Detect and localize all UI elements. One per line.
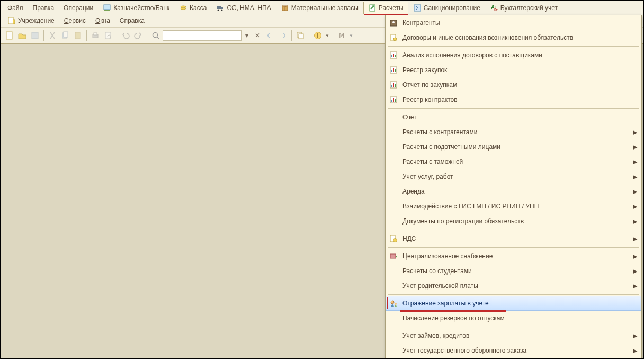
menu-item-счет[interactable]: Счет xyxy=(386,110,641,125)
menu-item-label: Взаимодействие с ГИС ГМП / ИС РНИП / УНП xyxy=(402,203,629,210)
blank-icon xyxy=(389,216,398,226)
menu-материальные-запасы[interactable]: Материальные запасы xyxy=(276,2,363,14)
menu-item-централизованное-снабжение[interactable]: Централизованное снабжение▶ xyxy=(386,249,641,264)
menu-item-учет-займов-кредитов[interactable]: Учет займов, кредитов▶ xyxy=(386,328,641,343)
svg-rect-39 xyxy=(393,68,394,72)
menu-расчеты[interactable]: Расчеты xyxy=(363,2,408,14)
zoom-icon[interactable] xyxy=(150,30,162,41)
svg-rect-36 xyxy=(395,55,396,57)
info-icon[interactable]: i xyxy=(312,30,324,41)
menu-separator xyxy=(388,108,639,109)
submenu-arrow-icon: ▶ xyxy=(633,332,637,339)
menu-item-аренда[interactable]: Аренда▶ xyxy=(386,184,641,199)
menu-сервис[interactable]: Сервис xyxy=(59,15,91,27)
menu-item-учет-услуг-работ[interactable]: Учет услуг, работ▶ xyxy=(386,169,641,184)
menu-item-label: Учет родительской платы xyxy=(402,282,629,290)
dropdown-icon[interactable]: ▾ xyxy=(243,30,251,41)
menu-item-контрагенты[interactable]: Контрагенты xyxy=(386,15,641,30)
svg-point-30 xyxy=(392,21,395,23)
svg-rect-0 xyxy=(104,5,110,10)
menu-label: Файл xyxy=(7,4,23,12)
menu-label: Правка xyxy=(33,4,55,12)
menu-ос-нма-нпа[interactable]: ОС, НМА, НПА xyxy=(211,2,275,14)
svg-rect-14 xyxy=(8,17,13,24)
cut-icon[interactable] xyxy=(47,30,58,41)
chart-icon xyxy=(389,50,398,60)
menu-item-label: Отражение зарплаты в учете xyxy=(402,300,637,307)
svg-rect-4 xyxy=(217,6,221,9)
toolbar-separator xyxy=(147,30,147,41)
menu-item-начисление-резервов-по-отпускам[interactable]: Начисление резервов по отпускам xyxy=(386,311,641,326)
menu-файл[interactable]: Файл xyxy=(3,2,28,14)
cash-icon xyxy=(179,4,187,12)
preview-icon[interactable] xyxy=(102,30,114,41)
copy-icon[interactable] xyxy=(59,30,71,41)
menu-separator xyxy=(388,327,639,327)
menu-item-реестр-закупок[interactable]: Реестр закупок xyxy=(386,63,641,77)
menu-касса[interactable]: Касса xyxy=(174,2,211,14)
menu-казначейство-банк[interactable]: Казначейство/Банк xyxy=(98,2,174,14)
search-input[interactable] xyxy=(163,30,242,41)
link-back-icon[interactable] xyxy=(264,30,276,41)
menu-item-учет-государственного-оборонного-заказа[interactable]: Учет государственного оборонного заказа▶ xyxy=(386,343,641,358)
menu-label: Казначейство/Банк xyxy=(113,4,169,12)
m-icon[interactable]: M̲ xyxy=(336,30,347,41)
submenu-arrow-icon: ▶ xyxy=(633,268,637,275)
undo-icon[interactable] xyxy=(120,30,131,41)
toolbar-separator xyxy=(117,30,117,41)
menu-label: Операции xyxy=(64,4,93,12)
menu-item-взаимодействие-с-гис-гмп-ис-рнип-унп[interactable]: Взаимодействие с ГИС ГМП / ИС РНИП / УНП… xyxy=(386,199,641,214)
menu-справка[interactable]: Справка xyxy=(115,15,149,27)
menu-правка[interactable]: Правка xyxy=(28,2,59,14)
menu-item-отчет-по-закупкам[interactable]: Отчет по закупкам xyxy=(386,77,641,92)
menu-label: Учреждение xyxy=(18,17,55,24)
menu-item-учет-родительской-платы[interactable]: Учет родительской платы▶ xyxy=(386,278,641,293)
svg-point-50 xyxy=(393,239,397,242)
menu-item-анализ-исполнения-договоров-с-поставщика[interactable]: Анализ исполнения договоров с поставщика… xyxy=(386,48,641,63)
menu-item-расчеты-со-студентами[interactable]: Расчеты со студентами▶ xyxy=(386,264,641,278)
bank-icon xyxy=(103,4,111,12)
svg-rect-34 xyxy=(391,55,392,57)
link-forward-icon[interactable] xyxy=(277,30,289,41)
submenu-arrow-icon: ▶ xyxy=(633,235,637,242)
menu-item-договоры-и-иные-основания-возникновения-[interactable]: Договоры и иные основания возникновения … xyxy=(386,30,641,45)
blank-icon xyxy=(389,157,398,167)
redo-icon[interactable] xyxy=(132,30,144,41)
calc-icon xyxy=(368,4,377,12)
menu-item-ндс[interactable]: НДС▶ xyxy=(386,231,641,246)
sigma-icon: Σ xyxy=(413,4,422,12)
chart-icon xyxy=(389,65,398,75)
save-icon[interactable] xyxy=(29,30,41,41)
blank-icon xyxy=(389,142,398,152)
menu-item-расчеты-с-подотчетными-лицами[interactable]: Расчеты с подотчетными лицами▶ xyxy=(386,139,641,154)
menu-санкционирование[interactable]: ΣСанкционирование xyxy=(408,2,485,14)
paste-icon[interactable] xyxy=(72,30,84,41)
svg-rect-26 xyxy=(299,34,303,39)
open-icon[interactable] xyxy=(16,30,28,41)
menu-операции[interactable]: Операции xyxy=(59,2,98,14)
print-icon[interactable] xyxy=(90,30,101,41)
clear-search-icon[interactable]: ✕ xyxy=(252,30,263,41)
new-icon[interactable] xyxy=(4,30,15,41)
svg-point-6 xyxy=(218,10,219,11)
menu-item-отражение-зарплаты-в-учете[interactable]: Отражение зарплаты в учете xyxy=(386,296,641,311)
svg-rect-51 xyxy=(390,254,396,258)
menu-item-расчеты-с-контрагентами[interactable]: Расчеты с контрагентами▶ xyxy=(386,125,641,139)
windows-icon[interactable] xyxy=(294,30,306,41)
menu-бухгалтерский-учет[interactable]: ДтКтБухгалтерский учет xyxy=(485,2,562,14)
info-dropdown-icon[interactable]: ▼ xyxy=(325,30,330,41)
menu-item-label: Расчеты с подотчетными лицами xyxy=(402,143,629,151)
m-dropdown-icon[interactable]: ▼ xyxy=(348,30,354,41)
svg-text:Кт: Кт xyxy=(494,8,498,12)
supply-icon xyxy=(389,251,398,261)
submenu-arrow-icon: ▶ xyxy=(633,347,637,354)
menu-учреждение[interactable]: Учреждение xyxy=(3,14,59,27)
menu-item-расчеты-с-таможней[interactable]: Расчеты с таможней▶ xyxy=(386,154,641,169)
submenu-arrow-icon: ▶ xyxy=(633,188,637,195)
menu-item-документы-по-регистрации-обязательств[interactable]: Документы по регистрации обязательств▶ xyxy=(386,214,641,229)
menu-item-реестр-контрактов[interactable]: Реестр контрактов xyxy=(386,92,641,107)
chart-icon xyxy=(389,95,398,104)
blank-icon xyxy=(389,187,398,196)
menu-item-label: Учет услуг, работ xyxy=(402,173,629,180)
menu-окна[interactable]: Окна xyxy=(91,15,115,27)
